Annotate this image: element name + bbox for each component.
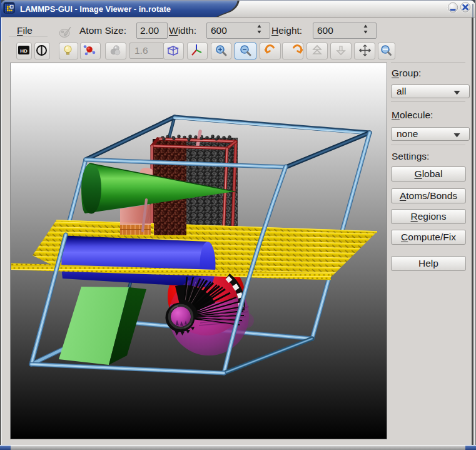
svg-text:HD: HD <box>20 48 28 54</box>
svg-text:LAMMPS-GUI - Image Viewer - in: LAMMPS-GUI - Image Viewer - in.rotate <box>20 4 171 14</box>
